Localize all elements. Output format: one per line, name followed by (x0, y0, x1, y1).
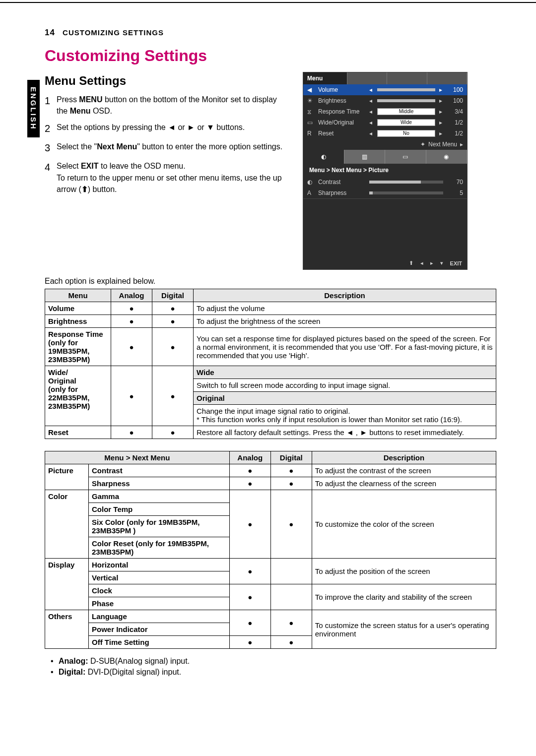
osd-up-icon: ⬆ (409, 260, 413, 266)
steps-list: 1Press MENU button on the bottom of the … (45, 94, 288, 195)
page-header: 14 CUSTOMIZING SETTINGS (45, 28, 496, 38)
osd-cat-others-icon: ◉ (426, 150, 468, 164)
osd-cat-display-icon: ▭ (385, 150, 426, 164)
page-number: 14 (45, 28, 55, 37)
osd-cat-picture-icon: ▥ (344, 150, 386, 164)
osd-tab-menu: Menu (303, 72, 347, 84)
osd-breadcrumb: Menu > Next Menu > Picture (303, 164, 467, 177)
options-table-1: Menu Analog Digital Description Volume●●… (45, 289, 496, 439)
osd-footer: ⬆ ◂ ▸ ▾ EXIT (303, 198, 467, 269)
header-title: CUSTOMIZING SETTINGS (63, 28, 164, 37)
osd-cat-brightness-icon: ◐ (303, 150, 344, 164)
language-tab: ENGLISH (27, 80, 40, 137)
options-table-2: Menu > Next Menu Analog Digital Descript… (45, 451, 496, 649)
osd-next-menu: ✦Next Menu▸ (303, 139, 467, 150)
osd-preview: Menu ◀Volume◂▸100☀Brightness◂▸100⧖Respon… (303, 72, 468, 270)
title: Customizing Settings (45, 47, 496, 65)
subtitle: Menu Settings (45, 74, 288, 88)
explain-text: Each option is explained below. (45, 277, 496, 286)
signal-notes: Analog: D-SUB(Analog signal) input. Digi… (45, 657, 496, 677)
